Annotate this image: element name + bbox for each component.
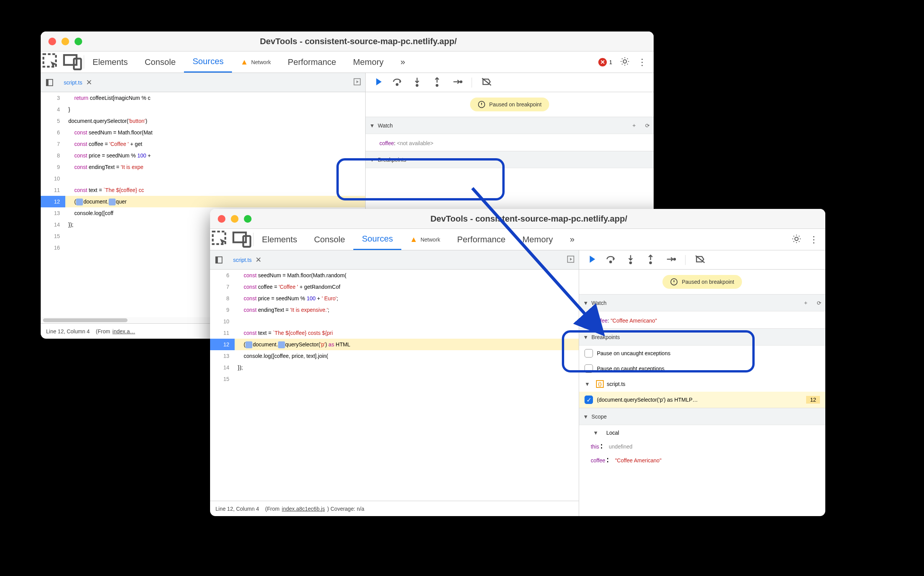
tab-console[interactable]: Console (306, 229, 354, 250)
step-over-icon[interactable] (605, 254, 616, 266)
error-count[interactable]: ✕1 (598, 58, 612, 66)
inspect-icon[interactable] (210, 229, 232, 250)
watch-header[interactable]: ▼Watch ＋⟳ (366, 117, 654, 134)
step-into-icon[interactable] (412, 76, 422, 88)
run-snippet-icon[interactable] (566, 255, 579, 265)
refresh-icon[interactable]: ⟳ (645, 122, 650, 129)
pause-caught[interactable]: Pause on caught exceptions (579, 361, 825, 376)
chevron-down-icon: ▼ (593, 430, 598, 436)
file-name: script.ts (607, 381, 625, 387)
breakpoints-label: Breakpoints (378, 157, 406, 163)
deactivate-breakpoints-icon[interactable] (695, 254, 705, 266)
traffic-lights (41, 38, 90, 45)
tab-elements[interactable]: Elements (84, 51, 136, 73)
breakpoint-row[interactable]: ✓(document.querySelector('p') as HTMLP…1… (579, 392, 825, 408)
from-label: (From (265, 506, 280, 512)
close-window-icon[interactable] (48, 38, 56, 45)
code-editor[interactable]: 6 const seedNum = Math.floor(Math.random… (210, 270, 579, 385)
kebab-menu-icon[interactable]: ⋮ (638, 57, 647, 68)
step-out-icon[interactable] (645, 254, 656, 266)
watch-expression[interactable]: coffee: "Coffee Americano" (579, 311, 825, 328)
step-into-icon[interactable] (625, 254, 636, 266)
tab-console[interactable]: Console (136, 51, 184, 73)
resume-icon[interactable] (372, 76, 383, 88)
gear-icon[interactable] (620, 56, 630, 68)
step-icon[interactable] (665, 254, 676, 266)
tab-more[interactable]: » (561, 229, 583, 250)
close-window-icon[interactable] (218, 215, 225, 223)
chevron-down-icon: ▼ (585, 381, 590, 387)
step-over-icon[interactable] (392, 76, 402, 88)
refresh-icon[interactable]: ⟳ (817, 300, 821, 306)
breakpoint-line: 12 (806, 396, 820, 404)
tab-more[interactable]: » (392, 51, 414, 73)
label: Pause on uncaught exceptions (597, 350, 670, 356)
tab-network[interactable]: ▲Network (401, 229, 449, 250)
tab-elements[interactable]: Elements (253, 229, 306, 250)
tab-sources[interactable]: Sources (353, 229, 401, 250)
close-tab-icon[interactable]: ✕ (86, 78, 92, 87)
breakpoint-file[interactable]: ▼⟨⟩script.ts (579, 376, 825, 392)
maximize-window-icon[interactable] (75, 38, 82, 45)
scope-header[interactable]: ▼Scope (579, 408, 825, 425)
close-tab-icon[interactable]: ✕ (255, 255, 262, 264)
tab-performance[interactable]: Performance (449, 229, 514, 250)
watch-expression[interactable]: coffee: <not available> (366, 134, 654, 151)
tab-sources[interactable]: Sources (184, 51, 232, 73)
scope-var-this: this: undefined (579, 439, 825, 453)
step-out-icon[interactable] (432, 76, 442, 88)
gear-icon[interactable] (792, 234, 801, 245)
kebab-menu-icon[interactable]: ⋮ (809, 234, 818, 245)
breakpoints-header[interactable]: ▼Breakpoints (366, 151, 654, 168)
device-toggle-icon[interactable] (62, 51, 84, 73)
checkbox-icon[interactable] (585, 364, 593, 373)
svg-point-19 (650, 262, 652, 264)
add-watch-icon[interactable]: ＋ (803, 300, 808, 306)
minimize-window-icon[interactable] (231, 215, 238, 223)
tab-memory[interactable]: Memory (514, 229, 561, 250)
paused-badge-text: Paused on breakpoint (489, 101, 541, 108)
tab-network[interactable]: ▲Network (232, 51, 279, 73)
paused-badge: Paused on breakpoint (662, 275, 742, 289)
pause-uncaught[interactable]: Pause on uncaught exceptions (579, 346, 825, 361)
coverage-label: ) Coverage: n/a (327, 506, 364, 512)
cursor-position: Line 12, Column 4 (215, 506, 259, 512)
chevron-down-icon: ▼ (369, 157, 375, 163)
svg-point-20 (674, 258, 676, 260)
source-map-link[interactable]: index.a8c1ec6b.js (282, 506, 325, 512)
checkbox-checked-icon[interactable]: ✓ (585, 396, 593, 404)
run-snippet-icon[interactable] (353, 78, 365, 87)
file-tab-script[interactable]: script.ts✕ (58, 73, 98, 92)
source-map-link[interactable]: index.a… (113, 328, 135, 334)
device-toggle-icon[interactable] (232, 229, 253, 250)
add-watch-icon[interactable]: ＋ (631, 122, 637, 129)
checkbox-icon[interactable] (585, 349, 593, 358)
file-icon: ⟨⟩ (596, 380, 604, 388)
traffic-lights (210, 215, 259, 223)
tab-memory[interactable]: Memory (344, 51, 392, 73)
warning-icon: ▲ (240, 58, 248, 66)
paused-badge-text: Paused on breakpoint (682, 279, 734, 285)
inspect-icon[interactable] (41, 51, 62, 73)
navigator-toggle-icon[interactable] (210, 256, 228, 264)
titlebar: DevTools - consistent-source-map-pc.netl… (210, 209, 825, 229)
svg-point-7 (416, 84, 418, 86)
navigator-toggle-icon[interactable] (41, 78, 58, 87)
maximize-window-icon[interactable] (244, 215, 252, 223)
watch-value: "Coffee Americano" (611, 318, 657, 324)
chevron-down-icon: ▼ (369, 122, 375, 129)
deactivate-breakpoints-icon[interactable] (481, 76, 492, 88)
tab-performance[interactable]: Performance (279, 51, 344, 73)
minimize-window-icon[interactable] (61, 38, 69, 45)
resume-icon[interactable] (585, 254, 596, 266)
breakpoints-header[interactable]: ▼Breakpoints (579, 329, 825, 346)
svg-point-18 (630, 262, 632, 264)
status-bar: Line 12, Column 4 (From index.a8c1ec6b.j… (210, 501, 579, 516)
breakpoint-text: (document.querySelector('p') as HTMLP… (597, 397, 698, 403)
step-icon[interactable] (452, 76, 462, 88)
breakpoints-label: Breakpoints (591, 334, 620, 340)
scope-local[interactable]: ▼ Local (579, 425, 825, 439)
devtools-tabs: Elements Console Sources ▲Network Perfor… (41, 51, 654, 73)
file-tab-script[interactable]: script.ts✕ (228, 250, 267, 269)
watch-header[interactable]: ▼Watch ＋⟳ (579, 295, 825, 311)
